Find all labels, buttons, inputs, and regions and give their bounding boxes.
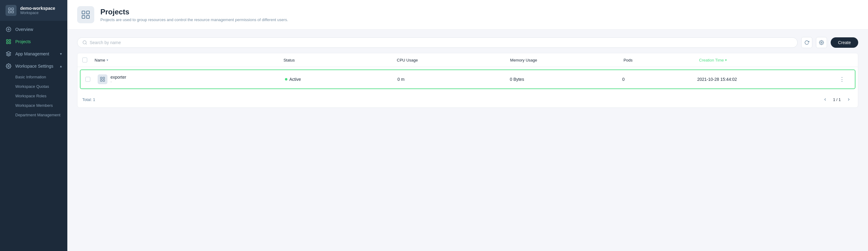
page-indicator: 1 / 1 [833,97,841,102]
workspace-name: demo-workspace [20,6,55,11]
sidebar-item-app-management[interactable]: App Management ▾ [0,48,67,60]
sidebar-sub-basic-info[interactable]: Basic Information [0,72,67,82]
pods-cell: 0 [622,77,697,82]
workspace-info: demo-workspace Workspace [20,6,55,15]
col-header-memory: Memory Usage [510,58,623,62]
status-dot [285,78,287,81]
status-cell: Active [285,77,397,82]
prev-page-icon [823,97,827,102]
svg-rect-2 [8,11,10,13]
sidebar-sub-basic-info-label: Basic Information [15,75,46,79]
workspace-icon [5,5,17,16]
next-page-button[interactable] [844,95,853,104]
sidebar: demo-workspace Workspace Overview Projec… [0,0,67,251]
svg-point-17 [821,42,822,43]
pagination: 1 / 1 [821,95,853,104]
svg-point-5 [8,29,9,30]
table-header: Name ▾ Status CPU Usage Memory Usage Pod… [78,53,858,67]
page-header: Projects Projects are used to group reso… [67,0,868,30]
prev-page-button[interactable] [821,95,830,104]
svg-rect-13 [82,15,85,19]
project-info-cell: exporter - [98,74,285,84]
col-header-name: Name ▾ [95,58,283,62]
app-management-expand-icon: ▾ [60,52,62,56]
workspace-header[interactable]: demo-workspace Workspace [0,0,67,21]
gear-icon [819,40,824,45]
col-header-status: Status [283,58,397,62]
name-sort-icon: ▾ [106,58,108,62]
sidebar-sub-roles[interactable]: Workspace Roles [0,91,67,101]
workspace-type: Workspace [20,11,55,15]
total-count: Total: 1 [82,97,95,102]
table-row: exporter - Active 0 m 0 Bytes 0 2021-10-… [80,69,856,89]
svg-rect-11 [82,11,85,14]
next-page-icon [846,97,851,102]
create-button[interactable]: Create [831,37,858,48]
workspace-settings-section[interactable]: Workspace Settings ▴ [0,60,67,72]
svg-rect-6 [6,39,8,41]
workspace-settings-icon [5,63,12,69]
workspace-settings-collapse-icon: ▴ [60,64,62,68]
table-container: Name ▾ Status CPU Usage Memory Usage Pod… [77,53,858,108]
search-box[interactable] [77,37,798,48]
col-header-creation: Creation Time ▾ [699,58,841,62]
content-area: Create Name ▾ Status CPU Usage [67,30,868,251]
settings-button[interactable] [816,37,827,48]
col-header-cpu: CPU Usage [397,58,510,62]
svg-rect-12 [87,11,89,14]
sidebar-item-overview-label: Overview [15,27,33,32]
refresh-button[interactable] [801,37,812,48]
search-icon [82,40,87,45]
svg-rect-3 [12,11,13,13]
svg-rect-21 [103,80,105,82]
creation-sort-icon: ▾ [725,58,727,62]
sidebar-sub-roles-label: Workspace Roles [15,94,46,98]
sidebar-sub-members-label: Workspace Members [15,103,53,108]
svg-rect-1 [12,8,13,10]
sidebar-sub-departments[interactable]: Department Management [0,110,67,120]
refresh-icon [804,40,809,45]
col-header-pods: Pods [623,58,699,62]
svg-rect-9 [9,42,11,44]
row-checkbox-cell [85,77,98,82]
select-all-checkbox[interactable] [82,58,87,62]
sidebar-item-projects[interactable]: Projects [0,35,67,48]
svg-rect-18 [100,77,102,79]
table-footer: Total: 1 1 / 1 [78,92,858,107]
workspace-settings-label: Workspace Settings [15,64,53,69]
overview-icon [5,26,12,32]
page-desc: Projects are used to group resources and… [100,18,288,22]
svg-rect-7 [9,39,11,41]
svg-line-16 [86,43,87,44]
svg-rect-0 [8,8,10,10]
project-sub: - [111,80,126,84]
project-name-info: exporter - [111,75,126,84]
page-title: Projects [100,8,288,16]
svg-rect-14 [87,15,89,19]
project-icon [98,74,107,84]
search-input[interactable] [90,40,793,45]
svg-point-15 [83,41,86,44]
sidebar-item-overview[interactable]: Overview [0,23,67,35]
main-content: Projects Projects are used to group reso… [67,0,868,251]
col-header-checkbox [82,58,95,62]
toolbar: Create [77,37,858,48]
sidebar-sub-members[interactable]: Workspace Members [0,101,67,110]
project-name: exporter [111,75,126,80]
sidebar-sub-quotas-label: Workspace Quotas [15,84,49,89]
row-more-button[interactable]: ⋮ [838,75,846,84]
app-management-icon [5,51,12,57]
sidebar-item-app-management-label: App Management [15,52,49,56]
svg-point-4 [6,27,11,32]
creation-cell: 2021-10-28 15:44:02 [697,77,838,82]
sidebar-item-projects-label: Projects [15,39,31,44]
sidebar-sub-departments-label: Department Management [15,113,60,117]
svg-point-10 [8,65,9,67]
svg-rect-19 [103,77,105,79]
row-checkbox[interactable] [85,77,90,82]
page-header-icon [77,6,94,23]
status-text: Active [289,77,301,82]
sidebar-sub-quotas[interactable]: Workspace Quotas [0,82,67,91]
svg-rect-8 [6,42,8,44]
page-header-text: Projects Projects are used to group reso… [100,8,288,22]
